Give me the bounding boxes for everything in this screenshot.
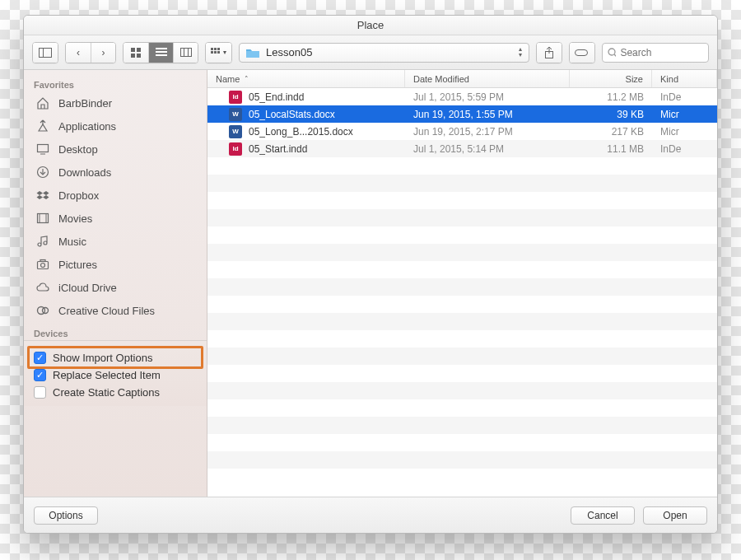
file-type-icon: Id [229,142,242,156]
sidebar-item-label: Dropbox [58,189,99,202]
share-button[interactable] [537,43,562,63]
arrange-button[interactable]: ▾ [206,43,231,63]
sidebar-item-barbbinder[interactable]: BarbBinder [24,91,207,114]
chevron-left-icon: ‹ [77,47,80,58]
svg-rect-27 [38,214,49,223]
sidebar-item-label: BarbBinder [58,97,112,110]
file-list-pane: Name ˄ Date Modified Size Kind Id05_End.… [207,70,717,497]
icon-view-button[interactable] [124,43,148,63]
sidebar-toggle-button[interactable] [33,43,58,63]
folder-icon [246,48,259,58]
table-row[interactable]: Id05_Start.inddJul 1, 2015, 5:14 PM11.1 … [207,140,717,157]
file-type-icon: W [229,108,242,121]
svg-rect-12 [211,48,213,50]
table-row[interactable]: W05_Long_B...2015.docxJun 19, 2015, 2:17… [207,123,717,140]
sidebar-item-music[interactable]: Music [24,230,207,253]
empty-row [207,417,717,434]
empty-row [207,175,717,192]
file-kind: InDe [652,91,717,103]
forward-button[interactable]: › [91,43,115,63]
column-header-name[interactable]: Name ˄ [207,70,405,87]
file-name: 05_Long_B...2015.docx [249,126,353,138]
column-view-button[interactable] [173,43,198,63]
empty-row [207,382,717,399]
table-row[interactable]: W05_LocalStats.docxJun 19, 2015, 1:55 PM… [207,105,717,123]
favorites-header: Favorites [24,73,207,91]
empty-row [207,330,717,348]
current-folder-label: Lesson05 [266,46,312,58]
updown-icon: ▴▾ [519,46,522,58]
sidebar-item-pictures[interactable]: Pictures [24,253,207,276]
create-static-captions-row[interactable]: Create Static Captions [34,384,197,401]
list-view-button[interactable] [148,43,173,63]
camera-icon [35,257,50,272]
tag-group [569,42,595,63]
sidebar-item-downloads[interactable]: Downloads [24,161,207,184]
file-size: 11.1 MB [570,143,652,155]
checkbox-checked-icon[interactable]: ✓ [34,369,46,381]
replace-selected-item-row[interactable]: ✓ Replace Selected Item [34,366,197,384]
tags-button[interactable] [570,43,594,63]
checkbox-unchecked-icon[interactable] [34,386,46,399]
column-header-kind[interactable]: Kind [652,70,717,87]
svg-rect-16 [214,51,217,54]
column-header-date[interactable]: Date Modified [405,70,570,87]
file-size: 217 KB [570,126,652,138]
create-static-captions-label: Create Static Captions [53,386,160,399]
file-size: 39 KB [570,109,652,120]
sidebar-item-label: Applications [58,120,116,133]
desktop-icon [35,142,50,156]
sidebar-icon [39,48,52,58]
dialog-body: Favorites BarbBinder Applications Deskto… [24,70,717,497]
creative-cloud-icon [35,303,50,318]
file-kind: Micr [652,126,717,138]
file-date: Jun 19, 2015, 2:17 PM [405,126,570,138]
home-icon [35,96,50,110]
empty-row [207,434,717,451]
sidebar-item-creative-cloud[interactable]: Creative Cloud Files [24,299,207,322]
nav-buttons: ‹ › [65,42,116,63]
columns-icon [180,48,192,57]
column-header-size[interactable]: Size [570,70,652,87]
search-field[interactable] [602,43,709,63]
sidebar-item-movies[interactable]: Movies [24,207,207,230]
view-mode-group [123,42,198,63]
svg-rect-4 [131,54,135,58]
svg-rect-9 [180,49,191,57]
file-type-icon: Id [229,91,242,104]
cancel-button[interactable]: Cancel [571,506,635,525]
empty-row [207,313,717,330]
download-icon [35,165,50,180]
sidebar-item-applications[interactable]: Applications [24,114,207,138]
checkbox-checked-icon[interactable]: ✓ [34,352,46,364]
options-button[interactable]: Options [34,506,98,525]
file-date: Jul 1, 2015, 5:59 PM [405,91,570,103]
music-icon [35,234,50,249]
empty-row [207,244,717,261]
search-input[interactable] [620,47,703,58]
svg-point-31 [41,264,45,268]
sidebar-item-desktop[interactable]: Desktop [24,138,207,161]
sidebar-item-label: Desktop [58,143,98,156]
file-kind: InDe [652,143,717,155]
svg-rect-0 [40,48,52,57]
sidebar-toggle-group [32,42,58,63]
sidebar-item-dropbox[interactable]: Dropbox [24,184,207,207]
back-button[interactable]: ‹ [66,43,91,63]
sidebar: Favorites BarbBinder Applications Deskto… [24,70,207,497]
table-row[interactable]: Id05_End.inddJul 1, 2015, 5:59 PM11.2 MB… [207,88,717,105]
svg-rect-14 [217,48,220,50]
sidebar-item-label: Downloads [58,166,111,179]
empty-row [207,157,717,175]
empty-row [207,261,717,278]
path-dropdown[interactable]: Lesson05 ▴▾ [239,43,529,63]
open-button[interactable]: Open [643,506,707,525]
sidebar-item-icloud[interactable]: iCloud Drive [24,276,207,299]
empty-row [207,226,717,244]
file-date: Jun 19, 2015, 1:55 PM [405,109,570,120]
sidebar-item-label: Music [58,236,86,248]
svg-rect-15 [211,51,213,54]
show-import-options-row[interactable]: ✓ Show Import Options [34,349,197,366]
place-dialog: Place ‹ › ▾ [23,15,718,534]
tag-icon [575,48,590,58]
